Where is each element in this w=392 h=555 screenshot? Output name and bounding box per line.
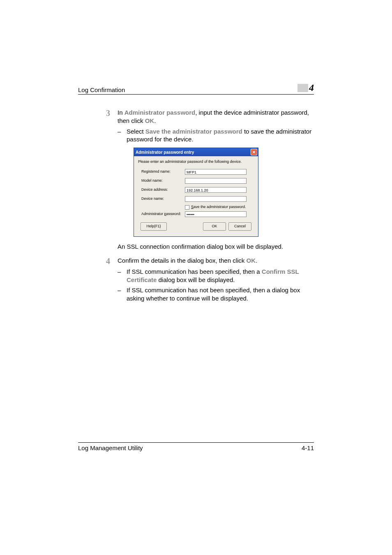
text: If SSL communication has been specified,… (127, 268, 262, 275)
body: 3 In Administrator password, input the d… (78, 109, 314, 303)
text: . (154, 117, 156, 124)
step-3-sub: – Select Save the administrator password… (118, 127, 314, 144)
page: Log Confirmation 4 3 In Administrator pa… (0, 0, 392, 555)
label-registered-name: Registered name: (141, 169, 185, 174)
text: In (118, 109, 125, 116)
emphasis: Save the administrator password (145, 128, 242, 135)
bullet-dash: – (118, 127, 127, 144)
footer-right: 4-11 (302, 444, 314, 451)
step-4-sub-1: – If SSL communication has been specifie… (118, 268, 314, 284)
dialog-body: Please enter an administrator password o… (134, 156, 258, 236)
text: Confirm the details in the dialog box, t… (118, 257, 247, 264)
row-registered-name: Registered name: MFP1 (141, 169, 254, 175)
dialog-title: Administrator password entry (136, 150, 194, 155)
chapter-indicator: 4 (297, 82, 314, 93)
label-model-name: Model name: (141, 178, 185, 183)
step-text: In Administrator password, input the dev… (118, 109, 314, 125)
dialog-titlebar: Administrator password entry (134, 148, 258, 156)
label-device-address: Device address: (141, 187, 185, 192)
checkbox-label: Save the administrator password. (191, 205, 246, 210)
step-4-sub-2: – If SSL communication has not been spec… (118, 286, 314, 303)
ok-button[interactable]: OK (203, 222, 226, 231)
bullet-dash: – (118, 286, 127, 303)
page-header: Log Confirmation 4 (78, 82, 314, 95)
input-model-name[interactable] (185, 178, 247, 184)
checkbox-save-password[interactable] (185, 205, 189, 210)
close-icon (252, 150, 256, 154)
admin-password-dialog: Administrator password entry Please ente… (134, 148, 258, 237)
label-device-name: Device name: (141, 197, 185, 201)
text: dialog box will be displayed. (157, 276, 235, 283)
emphasis: OK (247, 257, 256, 264)
step-number: 3 (96, 109, 118, 125)
emphasis: Administrator password (125, 109, 196, 116)
dialog-button-row: Help(F1) OK Cancel (141, 222, 251, 231)
input-admin-password[interactable]: •••••• (185, 211, 247, 217)
close-button[interactable] (251, 149, 257, 155)
sub-text: If SSL communication has been specified,… (127, 268, 314, 284)
input-device-name[interactable] (185, 196, 247, 202)
label-admin-password: Administrator password: (141, 212, 185, 217)
step-4: 4 Confirm the details in the dialog box,… (78, 257, 314, 265)
footer-left: Log Management Utility (78, 444, 143, 451)
dialog-instruction: Please enter an administrator password o… (138, 160, 254, 164)
row-model-name: Model name: (141, 178, 254, 184)
text: Administrator (141, 212, 164, 216)
step-text: Confirm the details in the dialog box, t… (118, 257, 314, 265)
bullet-dash: – (118, 268, 127, 284)
text: assword: (166, 212, 181, 216)
dialog-wrap: Administrator password entry Please ente… (78, 148, 314, 237)
sub-text: If SSL communication has not been specif… (127, 286, 314, 303)
right-buttons: OK Cancel (203, 222, 251, 231)
row-device-address: Device address: 192.168.1.20 (141, 187, 254, 193)
emphasis: OK (145, 117, 154, 124)
help-button[interactable]: Help(F1) (141, 222, 167, 231)
text: . (256, 257, 257, 264)
input-device-address[interactable]: 192.168.1.20 (185, 187, 247, 193)
input-registered-name[interactable]: MFP1 (185, 169, 247, 175)
sub-text: Select Save the administrator password t… (127, 127, 314, 144)
after-dialog-text: An SSL connection confirmation dialog bo… (118, 243, 314, 251)
header-title: Log Confirmation (78, 86, 125, 93)
step-3: 3 In Administrator password, input the d… (78, 109, 314, 125)
row-save-password-checkbox: Save the administrator password. (185, 205, 254, 210)
row-device-name: Device name: (141, 196, 254, 202)
chapter-number: 4 (309, 82, 314, 93)
page-footer: Log Management Utility 4-11 (78, 442, 314, 451)
text: Select (127, 128, 145, 135)
chapter-shade (297, 84, 308, 92)
text: ave the administrator password. (194, 205, 246, 209)
step-number: 4 (96, 257, 118, 265)
row-admin-password: Administrator password: •••••• (141, 211, 254, 217)
cancel-button[interactable]: Cancel (228, 222, 251, 231)
